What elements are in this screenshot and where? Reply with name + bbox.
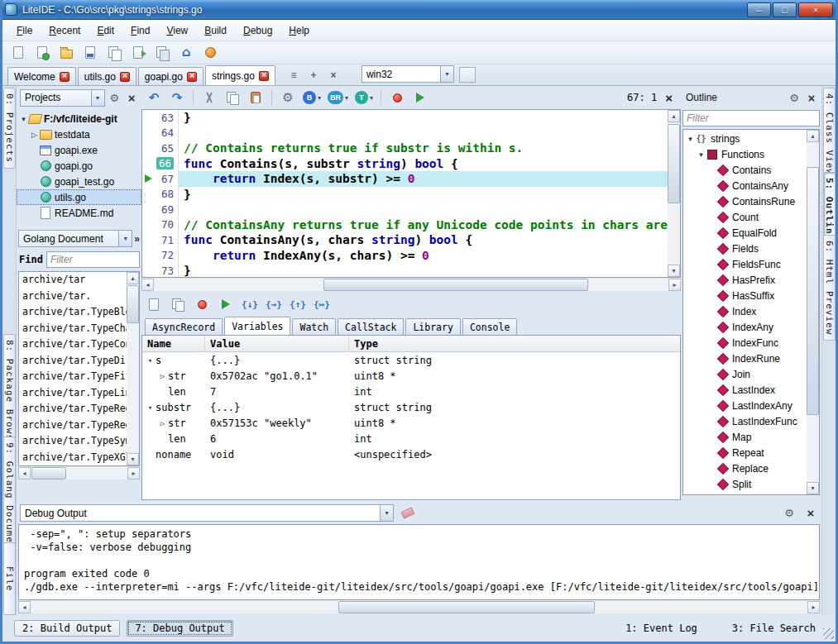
doc-list-item[interactable]: archive/tar.: [19, 289, 127, 305]
editor-line-67[interactable]: 67 return Index(s, substr) >= 0: [142, 171, 668, 187]
tab-close-icon[interactable]: [187, 72, 197, 82]
editor-line-73[interactable]: 73}: [142, 263, 668, 277]
outline-item-replace[interactable]: Replace: [683, 460, 807, 476]
scroll-down-icon[interactable]: [668, 265, 680, 277]
doc-list-item[interactable]: archive/tar.TypeCont: [19, 336, 127, 353]
scroll-track[interactable]: [31, 601, 807, 613]
golang-document-combo-arrow-icon[interactable]: [118, 231, 132, 246]
menu-item-debug[interactable]: Debug: [236, 21, 280, 40]
editor-gutter[interactable]: 63: [142, 110, 179, 126]
copy-icon[interactable]: [223, 88, 242, 107]
outline-item-hasprefix[interactable]: HasPrefix: [683, 272, 807, 288]
doc-list-item[interactable]: archive/tar.TypeRegA: [19, 417, 127, 434]
edit-env-button[interactable]: [459, 67, 476, 83]
scroll-thumb[interactable]: [127, 285, 139, 323]
new-file-icon[interactable]: [9, 44, 27, 62]
debug-export-icon[interactable]: [169, 295, 187, 313]
scroll-track[interactable]: [127, 284, 139, 453]
close-all-icon[interactable]: ×: [325, 67, 342, 83]
outline-item-hassuffix[interactable]: HasSuffix: [683, 288, 807, 303]
tab-close-icon[interactable]: [60, 72, 69, 82]
debug-log-icon[interactable]: [145, 295, 163, 313]
expander-icon[interactable]: ▾: [146, 403, 155, 412]
project-tree-item-utils-go[interactable]: utils.go: [17, 189, 141, 205]
editor-line-71[interactable]: 71func ContainsAny(s, chars string) bool…: [142, 232, 668, 248]
build-run-menu-icon[interactable]: BR: [327, 88, 349, 107]
outline-item-functions[interactable]: ▾Functions: [683, 146, 807, 162]
doc-list-item[interactable]: archive/tar.TypeBlock: [19, 304, 127, 321]
doc-list-item[interactable]: archive/tar.TypeSymlink: [19, 433, 127, 450]
outline-item-join[interactable]: Join: [683, 366, 807, 382]
titlebar[interactable]: LiteIDE - C:\Go\src\pkg\strings\strings.…: [0, 0, 838, 20]
outline-item-fieldsfunc[interactable]: FieldsFunc: [683, 256, 807, 272]
outline-item-repeat[interactable]: Repeat: [683, 445, 807, 460]
outline-item-containsany[interactable]: ContainsAny: [683, 178, 807, 193]
status-1-event-log[interactable]: 1: Event Log: [617, 620, 706, 637]
menu-item-find[interactable]: Find: [123, 21, 157, 40]
menu-item-file[interactable]: File: [9, 21, 40, 40]
code-editor[interactable]: 63}6465// Contains returns true if subst…: [141, 109, 681, 278]
expander-icon[interactable]: ▾: [686, 135, 695, 143]
debug-output-body[interactable]: -sep=", ": setup separators -v=false: ve…: [18, 524, 820, 600]
split-editor-icon[interactable]: +: [305, 67, 322, 83]
projects-combo-arrow-icon[interactable]: [91, 90, 104, 106]
scroll-thumb[interactable]: [668, 124, 680, 203]
export-icon[interactable]: [153, 44, 171, 62]
scroll-up-icon[interactable]: [127, 272, 139, 284]
outline-item-map[interactable]: Map: [683, 429, 807, 445]
scroll-up-icon[interactable]: [668, 110, 680, 122]
doc-list-item[interactable]: archive/tar.TypeXGlobalHeader: [19, 450, 127, 466]
scroll-down-icon[interactable]: [127, 453, 139, 465]
doc-list-item[interactable]: archive/tar.TypeFifo: [19, 369, 127, 385]
project-tree-item-readme-md[interactable]: README.md: [17, 205, 141, 221]
editor-gutter[interactable]: 71: [142, 232, 179, 248]
outline-item-lastindex[interactable]: LastIndex: [683, 382, 807, 398]
expander-icon[interactable]: ▾: [697, 150, 706, 159]
expander-icon[interactable]: ▷: [158, 372, 167, 380]
outline-item-equalfold[interactable]: EqualFold: [683, 225, 807, 241]
scroll-up-icon[interactable]: [807, 130, 819, 142]
scroll-right-icon[interactable]: [807, 601, 820, 613]
menu-item-recent[interactable]: Recent: [41, 21, 88, 40]
expander-icon[interactable]: ▾: [146, 356, 155, 365]
outline-item-fields[interactable]: Fields: [683, 241, 807, 256]
outline-filter-input[interactable]: [682, 110, 820, 126]
redo-icon[interactable]: ↷: [168, 88, 186, 107]
status-3-file-search[interactable]: 3: File Search: [724, 620, 824, 637]
build-config-icon[interactable]: [201, 44, 219, 62]
editor-gutter[interactable]: 69: [142, 202, 179, 217]
editor-gutter[interactable]: 66: [142, 156, 179, 172]
target-combo-arrow-icon[interactable]: [440, 66, 453, 82]
outline-item-lastindexany[interactable]: LastIndexAny: [683, 398, 807, 413]
outline-item-indexfunc[interactable]: IndexFunc: [683, 335, 807, 351]
debug-tab-watch[interactable]: Watch: [292, 318, 336, 335]
save-all-icon[interactable]: [105, 44, 123, 62]
home-icon[interactable]: ⌂: [177, 44, 195, 62]
editor-line-69[interactable]: 69: [142, 202, 668, 217]
open-file-icon[interactable]: [33, 44, 51, 62]
outline-vscrollbar[interactable]: [807, 130, 819, 494]
target-combo[interactable]: win32: [362, 65, 454, 83]
doc-list-item[interactable]: archive/tar.TypeReg: [19, 401, 127, 417]
resize-grip[interactable]: [823, 628, 834, 639]
debug-start-icon[interactable]: [411, 88, 429, 107]
debug-tab-asyncrecord[interactable]: AsyncRecord: [145, 318, 223, 335]
menu-item-view[interactable]: View: [159, 21, 195, 40]
scroll-track[interactable]: [154, 279, 668, 291]
variable-row-str[interactable]: ▷str0x5702ac "go1.0.1"uint8 *: [142, 368, 680, 384]
run-to-line-icon[interactable]: {↦}: [313, 295, 331, 313]
status-7-debug-output[interactable]: 7: Debug Output: [127, 620, 232, 637]
variable-row-len[interactable]: len6int: [142, 431, 680, 446]
step-into-icon[interactable]: {↓}: [241, 295, 259, 313]
editor-line-65[interactable]: 65// Contains returns true if substr is …: [142, 141, 668, 156]
expander-icon[interactable]: ▾: [19, 115, 28, 123]
variable-row-noname[interactable]: nonamevoid<unspecified>: [142, 446, 680, 462]
menu-item-edit[interactable]: Edit: [89, 21, 122, 40]
build-menu-icon[interactable]: B: [302, 88, 322, 107]
variable-row-substr[interactable]: ▾substr{...}struct string: [142, 399, 680, 415]
scroll-left-icon[interactable]: [18, 467, 31, 479]
tab-list-icon[interactable]: ≡: [285, 67, 302, 83]
scroll-thumb[interactable]: [338, 601, 595, 613]
side-tab-4-class-view[interactable]: 4: Class View: [823, 88, 836, 181]
scroll-left-icon[interactable]: [18, 601, 31, 613]
